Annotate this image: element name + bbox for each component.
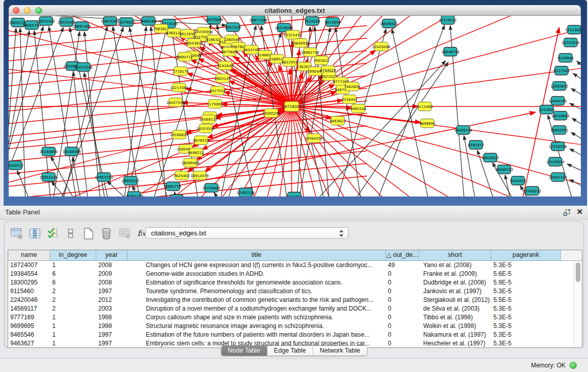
network-node-label: 19166827 bbox=[170, 133, 188, 137]
table-row[interactable]: 1938455462009Genome-wide association stu… bbox=[8, 270, 574, 278]
table-cell-in_degree: 1 bbox=[50, 339, 96, 347]
table-cell-short: Jankovic et al. (1997) bbox=[419, 287, 491, 296]
network-node-label: 10653287 bbox=[101, 19, 119, 24]
table-row[interactable]: 1830029562008Estimation of significance … bbox=[8, 278, 574, 287]
table-cell-title: Corpus callosum shape and size in male p… bbox=[127, 313, 386, 322]
network-node-label: 16033809 bbox=[205, 18, 223, 22]
table-cell-out_degree: 49 bbox=[386, 261, 419, 270]
column-header-year[interactable]: year bbox=[96, 250, 127, 260]
table-cell-short: Yano et al. (2008) bbox=[419, 261, 491, 270]
table-cell-title: Genome-wide association studies in ADHD. bbox=[127, 270, 386, 278]
network-node-label: 2803144 bbox=[214, 77, 231, 81]
table-cell-name: 9699695 bbox=[8, 322, 50, 331]
table-cell-out_degree: 0 bbox=[386, 339, 419, 347]
close-panel-icon[interactable]: ✕ bbox=[576, 207, 583, 216]
network-view-window: citations_edges.txt 23055724140557241925… bbox=[4, 0, 587, 206]
network-node-label: 6822057 bbox=[281, 60, 297, 64]
network-canvas-holder: 2305572414055724192515622053140620891406… bbox=[9, 16, 581, 196]
network-node-label: 9498212 bbox=[188, 151, 204, 155]
network-node-label: 8454749 bbox=[243, 48, 259, 52]
network-node-label: 16543812 bbox=[185, 41, 203, 46]
table-row[interactable]: 946554611997Estimation of the future num… bbox=[8, 331, 574, 339]
network-node-label: 12450212 bbox=[523, 189, 541, 193]
table-cell-pagerank: 5.3E-5 bbox=[491, 339, 561, 347]
table-scrollbar-thumb[interactable] bbox=[576, 262, 580, 282]
node-table-header: name in_degree year title △ out_de... sh… bbox=[8, 250, 582, 261]
network-node-label: 7955812 bbox=[313, 59, 329, 63]
table-cell-in_degree: 1 bbox=[50, 322, 96, 331]
table-select-dropdown[interactable]: citations_edges.txt bbox=[145, 227, 349, 239]
table-cell-pagerank: 5.3E-5 bbox=[491, 287, 561, 296]
table-panel-title: Table Panel bbox=[5, 206, 40, 219]
citation-network-canvas[interactable]: 2305572414055724192515622053140620891406… bbox=[9, 16, 581, 196]
table-cell-short: Franke et al. (2009) bbox=[419, 270, 491, 278]
status-bar: Memory: OK bbox=[0, 358, 588, 372]
table-row[interactable]: 969969511998Structural magnetic resonanc… bbox=[8, 322, 574, 331]
column-header-name[interactable]: name bbox=[8, 250, 50, 260]
network-node-label: 15051224 bbox=[39, 176, 58, 180]
table-cell-name: 9465546 bbox=[8, 331, 50, 339]
float-panel-icon[interactable] bbox=[563, 209, 571, 216]
table-cell-pagerank: 5.3E-5 bbox=[491, 322, 561, 331]
network-node-label: 18300295 bbox=[262, 112, 280, 116]
network-node-label: 9699695 bbox=[419, 122, 435, 126]
table-cell-title: Estimation of significance thresholds fo… bbox=[127, 278, 386, 287]
network-node[interactable] bbox=[170, 195, 183, 197]
tab-node-table[interactable]: Node Table bbox=[221, 346, 267, 356]
table-cell-in_degree: 1 bbox=[50, 261, 96, 270]
network-node-label: 22420046 bbox=[372, 45, 390, 49]
column-header-title[interactable]: title bbox=[127, 250, 386, 260]
network-node-label: 1260546 bbox=[224, 38, 240, 42]
network-node-label: 8131054 bbox=[286, 195, 302, 197]
network-edge bbox=[9, 28, 16, 196]
table-cell-year: 1998 bbox=[96, 313, 127, 322]
network-edge bbox=[567, 164, 581, 172]
tab-edge-table[interactable]: Edge Table bbox=[267, 346, 313, 356]
table-cell-in_degree: 6 bbox=[50, 278, 96, 287]
table-scrollbar[interactable] bbox=[574, 261, 582, 347]
network-node-label: 14055724 bbox=[23, 24, 41, 28]
network-node-label: 17210356 bbox=[549, 145, 567, 149]
table-settings-icon[interactable] bbox=[10, 226, 24, 240]
table-cell-pagerank: 5.3E-5 bbox=[491, 304, 561, 313]
memory-status-label: Memory: OK bbox=[531, 359, 565, 372]
table-cell-year: 1997 bbox=[96, 339, 127, 347]
table-row[interactable]: 1456911722003Disruption of a novel membe… bbox=[8, 304, 574, 313]
delete-table-icon[interactable] bbox=[99, 226, 114, 240]
select-columns-icon[interactable] bbox=[46, 226, 60, 240]
column-header-in-degree[interactable]: in_degree bbox=[50, 250, 96, 260]
show-columns-icon[interactable] bbox=[28, 226, 42, 240]
network-edge bbox=[214, 192, 224, 196]
network-node-label: 19251562 bbox=[37, 19, 55, 24]
table-row[interactable]: 1872400712008Changes of HCN gene express… bbox=[8, 261, 574, 270]
network-node-label: 12113054 bbox=[565, 28, 581, 32]
network-node-label: 16914479 bbox=[190, 174, 209, 178]
table-row[interactable]: 977716911998Corpus callosum shape and si… bbox=[8, 313, 574, 322]
network-node-label: 7615528 bbox=[304, 19, 320, 24]
table-cell-pagerank: 5.3E-5 bbox=[491, 331, 561, 339]
table-cell-short: Nakamura et al. (1997) bbox=[419, 331, 491, 339]
network-edge bbox=[84, 32, 101, 196]
network-node-label: 16210643 bbox=[551, 114, 570, 118]
network-node-label: 16046321 bbox=[380, 22, 398, 26]
column-header-pagerank[interactable]: pagerank bbox=[491, 250, 561, 260]
network-node-label: 7625402 bbox=[173, 174, 189, 178]
network-node-label: 16409154 bbox=[454, 128, 472, 133]
table-cell-name: 9777169 bbox=[8, 313, 50, 322]
table-row[interactable]: 911546021997Tourette syndrome. Phenomeno… bbox=[8, 287, 574, 296]
network-node-label: 9875685 bbox=[221, 50, 237, 54]
tab-network-table[interactable]: Network Table bbox=[313, 346, 367, 356]
network-window-titlebar[interactable]: citations_edges.txt bbox=[9, 5, 581, 16]
delete-column-icon-disabled bbox=[117, 226, 132, 240]
memory-status-icon[interactable] bbox=[570, 362, 577, 369]
network-edge bbox=[573, 73, 581, 81]
table-cell-year: 2008 bbox=[96, 261, 127, 270]
column-header-short[interactable]: short bbox=[419, 250, 491, 260]
column-header-out-degree-sorted[interactable]: △ out_de... bbox=[386, 250, 419, 260]
network-node-label: 9890712 bbox=[177, 55, 192, 59]
table-row[interactable]: 2242004622012Investigating the contribut… bbox=[8, 296, 574, 304]
row-height-icon[interactable] bbox=[63, 226, 78, 240]
new-table-icon[interactable] bbox=[81, 226, 96, 240]
table-select-value: citations_edges.txt bbox=[151, 229, 206, 237]
network-window-title: citations_edges.txt bbox=[9, 5, 581, 16]
